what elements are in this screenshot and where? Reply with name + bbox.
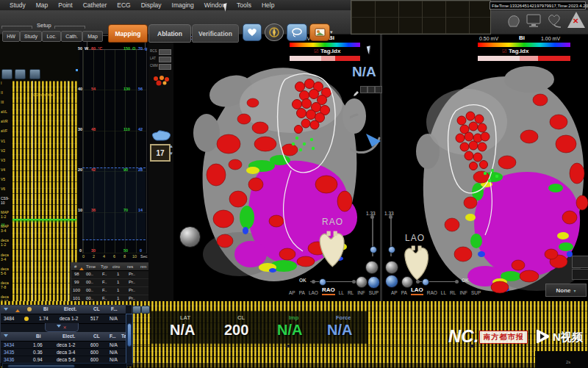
snapshot-dropdown-arrow[interactable]: ▾ [330, 29, 333, 35]
strip-option-box[interactable] [159, 57, 171, 62]
snapshot-tool-button[interactable] [309, 24, 330, 41]
pan-slider-handle[interactable] [319, 278, 326, 286]
orient-lao[interactable]: LAO [411, 286, 423, 295]
ecg-cursor-line[interactable] [32, 81, 33, 317]
hw-button[interactable]: HW [2, 31, 20, 42]
strip-option-box[interactable] [159, 64, 171, 70]
pen-icon[interactable] [353, 91, 359, 97]
orient-rl[interactable]: RL [450, 290, 456, 295]
view-sphere-button[interactable] [365, 261, 379, 274]
pan-slider-handle-right[interactable] [422, 278, 429, 286]
menu-catheter[interactable]: Catheter [78, 1, 112, 9]
hand-tool-icon[interactable] [150, 129, 172, 142]
menu-study[interactable]: Study [4, 1, 31, 9]
strip-label: LAT [150, 57, 156, 61]
option-box[interactable] [368, 86, 375, 93]
monitor-icon[interactable] [526, 14, 542, 29]
study-button[interactable]: Study [20, 31, 42, 42]
orient-ll[interactable]: LL [339, 290, 344, 295]
pan-slider-left[interactable] [310, 281, 354, 282]
rotation-trackball[interactable] [179, 226, 201, 248]
sort-asc-icon[interactable] [15, 307, 20, 312]
orient-sup[interactable]: SUP [471, 290, 481, 295]
view-option-strip: PTRA RCS LAT CMM 17 ▲ ▼ [148, 34, 173, 303]
orient-sup[interactable]: SUP [369, 290, 379, 295]
patient-head-icon[interactable] [506, 13, 522, 29]
zoom-slider-handle-right[interactable] [388, 246, 395, 253]
strip-label: RCS [150, 50, 157, 54]
heart-orientation-icon[interactable] [315, 229, 348, 267]
orient-rao[interactable]: RAO [427, 290, 437, 295]
menu-tools[interactable]: Tools [232, 1, 257, 9]
ecg-cursor-line-2[interactable] [68, 81, 68, 317]
cath-button[interactable]: Cath. [61, 31, 82, 42]
orient-rao[interactable]: RAO [322, 286, 335, 295]
loc-button[interactable]: Loc. [42, 31, 61, 42]
group-line [1, 26, 32, 29]
tag-colorbar-right[interactable] [478, 56, 570, 61]
strip-label: CMM [150, 65, 158, 68]
menu-help[interactable]: Help [257, 1, 279, 9]
lesion-points-icon[interactable] [151, 75, 171, 87]
ecg-window-button-3[interactable] [29, 69, 40, 79]
menu-ecg[interactable]: ECG [112, 1, 135, 9]
strip-option-box[interactable] [159, 49, 171, 55]
orient-inf[interactable]: INF [357, 290, 365, 295]
points-table-vscrollbar[interactable] [126, 314, 133, 364]
lead-label: deca 3-4 [1, 253, 12, 261]
signal-popup-window[interactable] [351, 0, 491, 35]
option-box[interactable] [375, 86, 382, 93]
heart-orientation-icon-right[interactable] [400, 244, 432, 281]
orient-lao[interactable]: LAO [309, 290, 318, 295]
points-table-row[interactable]: 3436 0.94 deca 5-6 600 N/A [1, 356, 126, 363]
menu-point[interactable]: Point [53, 1, 77, 9]
orient-pa[interactable]: PA [401, 290, 407, 295]
verification-tab[interactable]: Verification [192, 24, 239, 43]
map-button[interactable]: Map [82, 31, 103, 42]
voltage-colorbar-right[interactable] [478, 43, 570, 47]
orient-ap[interactable]: AP [391, 290, 398, 295]
strip-window-button-2[interactable] [141, 306, 150, 314]
zoom-slider-left[interactable] [372, 218, 373, 256]
orient-pa[interactable]: PA [299, 290, 305, 295]
ecg-window-button-2[interactable] [15, 69, 26, 79]
zoom-slider-right[interactable] [390, 218, 392, 256]
strip-window-button[interactable] [132, 306, 141, 314]
tag-colorbar[interactable] [290, 56, 360, 61]
side-mini-panel-2[interactable] [572, 269, 588, 280]
view-sphere-button-right[interactable] [385, 261, 398, 274]
menu-imaging[interactable]: Imaging [167, 1, 199, 9]
tag-checkbox-icon-right[interactable]: ☑ [502, 48, 506, 54]
point-color-dot [24, 317, 29, 321]
acquire-map-button[interactable] [243, 24, 262, 41]
tag-checkbox-icon[interactable]: ☑ [314, 48, 318, 54]
ablation-tab[interactable]: Ablation [148, 24, 191, 43]
orient-inf[interactable]: INF [459, 290, 467, 295]
points-table-vscrollbar-thumb[interactable] [127, 323, 132, 347]
point-counter-box[interactable]: 17 [150, 144, 171, 162]
heart-cable-icon[interactable] [546, 13, 564, 29]
orient-ll[interactable]: LL [441, 290, 446, 295]
orient-rl[interactable]: RL [348, 290, 354, 295]
annotation-table-row[interactable]: 3484 1.74 deca 1-2 517 N/A [1, 314, 126, 324]
side-mini-panel[interactable] [572, 256, 588, 268]
map-view-left[interactable] [173, 34, 380, 303]
lasso-tool-button[interactable] [287, 24, 307, 41]
option-box[interactable] [360, 86, 368, 93]
menu-map[interactable]: Map [31, 1, 54, 9]
map-type-dropdown[interactable]: None ▾ [545, 284, 587, 297]
filter-icon[interactable] [4, 308, 8, 313]
ecg-window-button-1[interactable] [1, 69, 12, 79]
filter-icon[interactable] [4, 334, 8, 339]
orient-ap[interactable]: AP [289, 290, 295, 295]
voltage-colorbar[interactable] [290, 43, 360, 47]
rf-limit-band [82, 167, 146, 240]
lead-label: III [1, 100, 12, 104]
pan-slider-right[interactable] [416, 281, 457, 282]
menu-display[interactable]: Display [136, 1, 167, 9]
compass-tool-button[interactable] [265, 24, 284, 41]
filter-tab[interactable]: ✕ [45, 323, 79, 332]
heart-map-left[interactable] [173, 34, 380, 303]
zoom-slider-handle[interactable] [370, 246, 377, 253]
mapping-tab[interactable]: Mapping [108, 24, 148, 43]
